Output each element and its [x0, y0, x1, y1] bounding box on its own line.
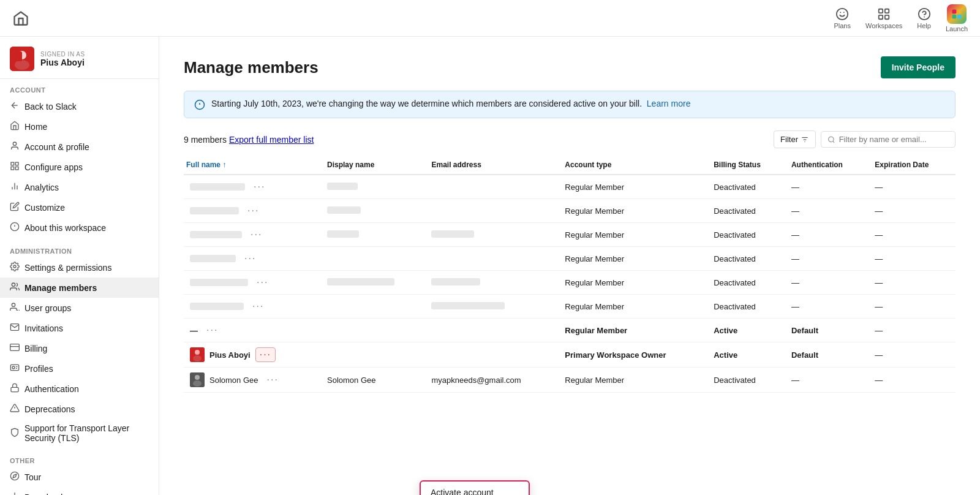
launch-nav[interactable]: Launch — [946, 4, 968, 32]
cell-displayname — [321, 223, 425, 247]
sidebar-item-download-apps[interactable]: Download apps — [0, 487, 159, 495]
cell-displayname: Solomon Gee — [321, 368, 425, 393]
cell-email — [425, 199, 559, 223]
cell-billing: Deactivated — [707, 199, 785, 223]
filter-icon — [801, 135, 809, 144]
skeleton-email — [431, 230, 474, 238]
skeleton-name — [190, 303, 244, 310]
sidebar-item-label: Home — [24, 122, 47, 132]
arrow-left-icon — [10, 100, 20, 112]
sidebar-item-analytics[interactable]: Analytics — [0, 177, 159, 197]
sidebar-item-profiles[interactable]: Profiles — [0, 358, 159, 379]
svg-point-52 — [195, 350, 200, 355]
members-count: 9 members — [184, 135, 227, 145]
pen-icon — [10, 202, 20, 213]
cell-auth: — — [785, 368, 869, 393]
sidebar-item-tls[interactable]: Support for Transport Layer Security (TL… — [0, 419, 159, 447]
content-area: Manage members Invite People Starting Ju… — [159, 37, 980, 495]
sidebar-item-label: Invitations — [24, 323, 63, 333]
members-count-area: 9 members Export full member list — [184, 135, 314, 145]
home-icon[interactable] — [12, 10, 29, 27]
sidebar-item-label: Back to Slack — [24, 102, 77, 111]
cell-displayname — [321, 175, 425, 199]
cell-accounttype: Primary Workspace Owner — [559, 342, 707, 368]
more-options-button[interactable]: ··· — [249, 300, 268, 313]
col-auth: Authentication — [785, 156, 869, 175]
cell-email — [425, 175, 559, 199]
plans-label: Plans — [834, 22, 851, 29]
sidebar-item-authentication[interactable]: Authentication — [0, 379, 159, 399]
sidebar-section-other: OTHERTourDownload apps — [0, 450, 159, 495]
sidebar-item-tour[interactable]: Tour — [0, 467, 159, 487]
sidebar-item-customize[interactable]: Customize — [0, 197, 159, 217]
more-options-button[interactable]: ··· — [241, 252, 260, 265]
workspaces-nav[interactable]: Workspaces — [865, 7, 902, 29]
sidebar-item-manage-members[interactable]: Manage members — [0, 278, 159, 298]
cell-accounttype: Regular Member — [559, 271, 707, 295]
cell-expiration: — — [869, 175, 956, 199]
col-displayname: Display name — [321, 156, 425, 175]
sidebar-item-user-groups[interactable]: User groups — [0, 298, 159, 318]
header-row: Full name ↑ Display name Email address A… — [184, 156, 956, 175]
more-options-button[interactable]: ··· — [255, 347, 276, 362]
invite-people-button[interactable]: Invite People — [881, 56, 956, 78]
id-card-icon — [10, 363, 20, 374]
sidebar-item-back-to-slack[interactable]: Back to Slack — [0, 96, 159, 116]
col-expiry: Expiration Date — [869, 156, 956, 175]
search-input[interactable] — [839, 135, 949, 144]
cell-auth: Default — [785, 342, 869, 368]
skeleton-email — [431, 302, 505, 309]
more-options-button[interactable]: ··· — [253, 276, 272, 289]
sidebar: SIGNED IN AS Pius Aboyi ACCOUNTBack to S… — [0, 37, 159, 495]
skeleton-name — [190, 255, 236, 262]
table-row: Pius Aboyi···Primary Workspace OwnerActi… — [184, 342, 956, 368]
sidebar-item-configure-apps[interactable]: Configure apps — [0, 157, 159, 177]
more-options-button[interactable]: ··· — [247, 228, 266, 241]
sidebar-item-label: Tour — [24, 472, 41, 482]
plans-nav[interactable]: Plans — [834, 7, 851, 29]
cell-email — [425, 319, 559, 342]
svg-point-28 — [13, 265, 16, 268]
skeleton-display — [327, 278, 394, 285]
banner-learn-more-link[interactable]: Learn more — [647, 99, 691, 108]
activate-account-button[interactable]: Activate account — [421, 482, 529, 495]
svg-point-17 — [13, 142, 16, 145]
filter-button[interactable]: Filter — [774, 130, 816, 148]
export-link[interactable]: Export full member list — [229, 135, 314, 145]
sidebar-item-label: Billing — [24, 344, 47, 353]
cell-accounttype: Regular Member — [559, 295, 707, 319]
svg-rect-8 — [952, 9, 956, 13]
svg-point-56 — [193, 380, 202, 387]
help-nav[interactable]: Help — [917, 7, 931, 29]
table-row: —···Regular MemberActiveDefault— — [184, 319, 956, 342]
more-options-button[interactable]: ··· — [250, 180, 269, 194]
top-nav: Plans Workspaces Help — [0, 0, 980, 37]
table-row: ···Regular MemberDeactivated—— — [184, 271, 956, 295]
fullname-sort[interactable]: Full name ↑ — [186, 161, 226, 169]
cell-fullname: Pius Aboyi··· — [184, 342, 321, 368]
sidebar-item-invitations[interactable]: Invitations — [0, 318, 159, 338]
member-name-wrap: ··· — [190, 300, 315, 313]
cell-auth: — — [785, 223, 869, 247]
sidebar-item-label: Authentication — [24, 384, 79, 394]
sidebar-item-home[interactable]: Home — [0, 116, 159, 137]
cell-fullname: ··· — [184, 271, 321, 295]
section-label: ACCOUNT — [0, 86, 159, 96]
more-options-button[interactable]: ··· — [244, 204, 263, 217]
svg-point-55 — [195, 375, 200, 380]
cell-accounttype: Regular Member — [559, 175, 707, 199]
sidebar-item-deprecations[interactable]: Deprecations — [0, 399, 159, 419]
cell-displayname — [321, 342, 425, 368]
sidebar-item-about-workspace[interactable]: About this workspace — [0, 217, 159, 238]
svg-rect-10 — [952, 14, 956, 18]
skeleton-display — [327, 183, 358, 190]
sidebar-item-label: User groups — [24, 303, 71, 313]
skeleton-display — [327, 206, 361, 214]
member-name-wrap: ··· — [190, 180, 315, 194]
more-options-button[interactable]: ··· — [203, 323, 222, 337]
sidebar-item-account-profile[interactable]: Account & profile — [0, 137, 159, 157]
cell-billing: Active — [707, 319, 785, 342]
more-options-button[interactable]: ··· — [263, 373, 282, 387]
sidebar-item-settings-permissions[interactable]: Settings & permissions — [0, 257, 159, 278]
sidebar-item-billing[interactable]: Billing — [0, 338, 159, 358]
